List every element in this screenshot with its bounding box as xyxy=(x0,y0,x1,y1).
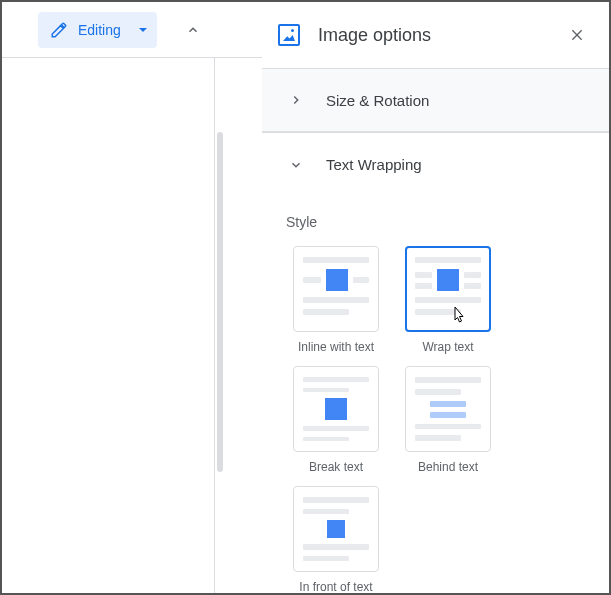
text-wrapping-body: Style Inline with text xyxy=(262,196,609,595)
editing-mode-button[interactable]: Editing xyxy=(38,12,157,48)
panel-header: Image options xyxy=(262,2,609,68)
panel-title: Image options xyxy=(318,25,565,46)
scrollbar[interactable] xyxy=(217,132,223,472)
close-panel-button[interactable] xyxy=(565,23,589,47)
option-label: Wrap text xyxy=(422,340,473,354)
option-label: In front of text xyxy=(299,580,372,594)
thumbnail xyxy=(293,486,379,572)
style-heading: Style xyxy=(286,214,585,230)
option-label: Break text xyxy=(309,460,363,474)
section-label: Text Wrapping xyxy=(326,156,422,173)
thumbnail xyxy=(293,246,379,332)
thumbnail xyxy=(405,246,491,332)
section-text-wrapping[interactable]: Text Wrapping xyxy=(262,132,609,196)
wrap-option-inline[interactable]: Inline with text xyxy=(286,246,386,354)
wrap-option-break-text[interactable]: Break text xyxy=(286,366,386,474)
chevron-up-icon xyxy=(186,23,200,37)
wrap-option-wrap-text[interactable]: Wrap text xyxy=(398,246,498,354)
chevron-down-icon xyxy=(286,155,306,175)
wrap-option-in-front[interactable]: In front of text xyxy=(286,486,386,594)
chevron-right-icon xyxy=(286,90,306,110)
image-options-panel: Image options Size & Rotation Text Wrapp… xyxy=(262,2,609,593)
thumbnail xyxy=(293,366,379,452)
caret-down-icon xyxy=(139,28,147,32)
image-icon xyxy=(278,24,300,46)
collapse-toolbar-button[interactable] xyxy=(179,16,207,44)
close-icon xyxy=(569,27,585,43)
vertical-divider xyxy=(214,58,215,595)
editing-mode-label: Editing xyxy=(78,22,121,38)
wrap-option-behind-text[interactable]: Behind text xyxy=(398,366,498,474)
option-label: Behind text xyxy=(418,460,478,474)
section-size-rotation[interactable]: Size & Rotation xyxy=(262,68,609,132)
thumbnail xyxy=(405,366,491,452)
wrap-style-grid: Inline with text Wrap text xyxy=(286,246,585,594)
pencil-icon xyxy=(50,21,68,39)
section-label: Size & Rotation xyxy=(326,92,429,109)
option-label: Inline with text xyxy=(298,340,374,354)
